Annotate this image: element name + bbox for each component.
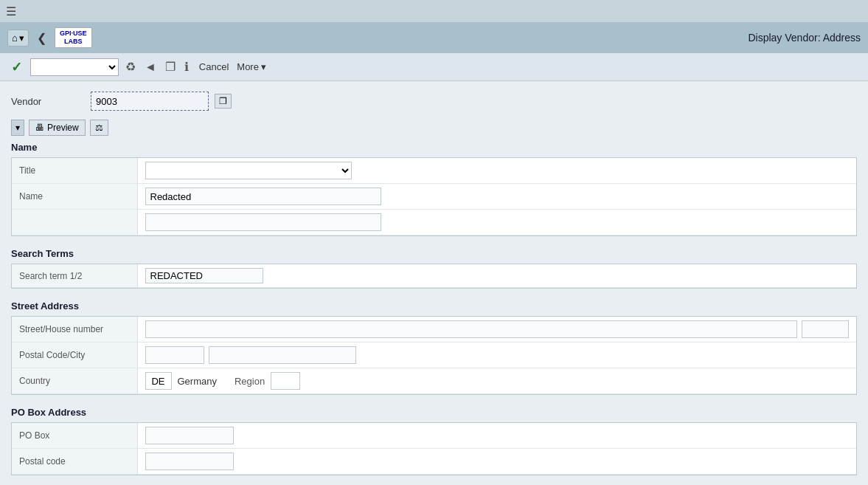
toolbar-select[interactable] [30, 58, 119, 76]
vendor-input[interactable] [91, 92, 209, 111]
street-input[interactable] [145, 320, 798, 338]
copy-icon-button[interactable]: ❐ [163, 58, 178, 76]
section-toolbar: ▾ 🖶 Preview ⚖ [11, 120, 857, 136]
preview-button[interactable]: 🖶 Preview [29, 120, 86, 136]
confirm-button[interactable]: ✓ [7, 57, 26, 78]
po-postal-cell [137, 449, 856, 475]
street-address-card: Street/House number Postal Code/City [11, 316, 857, 395]
title-select[interactable] [145, 162, 352, 179]
home-button[interactable]: ⌂ ▾ [7, 30, 29, 47]
po-box-heading: PO Box Address [11, 407, 857, 418]
home-dropdown-icon: ▾ [19, 32, 24, 44]
postal-city-row: Postal Code/City [12, 343, 856, 368]
po-postal-label: Postal code [12, 449, 137, 475]
postal-code-input[interactable] [145, 346, 204, 364]
name-section-heading: Name [11, 142, 857, 153]
main-content: Vendor ❐ ▾ 🖶 Preview ⚖ Name Title Name [0, 81, 868, 485]
preview-label: Preview [47, 123, 79, 133]
name2-label [12, 210, 137, 235]
country-cell: Germany Region [137, 368, 856, 394]
header-bar: ⌂ ▾ ❮ GPI·USE LABS Display Vendor: Addre… [0, 22, 868, 53]
recycle-icon-button[interactable]: ♻ [123, 58, 138, 76]
street-house-label: Street/House number [12, 317, 137, 343]
po-postal-input[interactable] [145, 453, 234, 470]
page-title: Display Vendor: Address [748, 32, 861, 44]
search-terms-table: Search term 1/2 [12, 264, 856, 288]
cancel-button[interactable]: Cancel [195, 59, 232, 75]
name2-input[interactable] [145, 213, 381, 231]
street-address-heading: Street Address [11, 300, 857, 312]
search-terms-heading: Search Terms [11, 248, 857, 259]
vendor-row: Vendor ❐ [11, 92, 857, 111]
name-label: Name [12, 184, 137, 210]
header-left: ⌂ ▾ ❮ GPI·USE LABS [7, 27, 92, 48]
po-box-table: PO Box Postal code [12, 423, 856, 475]
toolbar: ✓ ♻ ◄ ❐ ℹ Cancel More ▾ [0, 53, 868, 81]
city-input[interactable] [209, 346, 356, 364]
street-inputs [145, 320, 850, 338]
house-number-input[interactable] [802, 320, 849, 338]
back-icon-button[interactable]: ◄ [142, 58, 159, 76]
home-icon: ⌂ [12, 32, 18, 44]
name-input[interactable] [145, 188, 381, 205]
logo: GPI·USE LABS [55, 27, 92, 48]
info-icon-button[interactable]: ℹ [182, 58, 191, 76]
search-term-input[interactable] [145, 268, 263, 283]
search-term-row: Search term 1/2 [12, 264, 856, 288]
name-form-table: Title Name [12, 158, 856, 235]
po-box-row: PO Box [12, 423, 856, 449]
name-cell [137, 184, 856, 210]
po-box-cell [137, 423, 856, 449]
region-label: Region [235, 376, 265, 387]
country-label: Country [12, 368, 137, 394]
country-name: Germany [178, 376, 217, 387]
postal-city-cell [137, 343, 856, 368]
country-row-inner: Germany Region [145, 372, 850, 390]
search-terms-card: Search term 1/2 [11, 264, 857, 289]
name2-cell [137, 210, 856, 235]
title-cell [137, 158, 856, 184]
vendor-copy-button[interactable]: ❐ [215, 94, 232, 109]
postal-city-label: Postal Code/City [12, 343, 137, 368]
street-address-table: Street/House number Postal Code/City [12, 317, 856, 394]
section-expand-button[interactable]: ▾ [11, 120, 24, 136]
street-house-cell [137, 317, 856, 343]
name2-row [12, 210, 856, 235]
search-term-cell [137, 264, 856, 288]
title-row: Title [12, 158, 856, 184]
region-input[interactable] [271, 372, 300, 390]
postal-inputs [145, 346, 850, 364]
po-box-label: PO Box [12, 423, 137, 449]
vendor-label: Vendor [11, 96, 85, 107]
back-button[interactable]: ❮ [33, 29, 50, 47]
country-row: Country Germany Region [12, 368, 856, 394]
hamburger-icon[interactable]: ☰ [6, 4, 16, 18]
name-row: Name [12, 184, 856, 210]
scale-button[interactable]: ⚖ [90, 120, 108, 136]
more-dropdown-icon: ▾ [261, 61, 266, 72]
po-box-input[interactable] [145, 427, 234, 444]
search-term-label: Search term 1/2 [12, 264, 137, 288]
more-button[interactable]: More ▾ [237, 61, 266, 72]
street-house-row: Street/House number [12, 317, 856, 343]
menu-bar: ☰ [0, 0, 868, 22]
title-label: Title [12, 158, 137, 184]
more-label: More [237, 61, 259, 72]
preview-icon: 🖶 [35, 123, 44, 133]
po-box-card: PO Box Postal code [11, 422, 857, 475]
po-postal-row: Postal code [12, 449, 856, 475]
country-code-input[interactable] [145, 372, 172, 390]
name-section-card: Title Name [11, 157, 857, 236]
